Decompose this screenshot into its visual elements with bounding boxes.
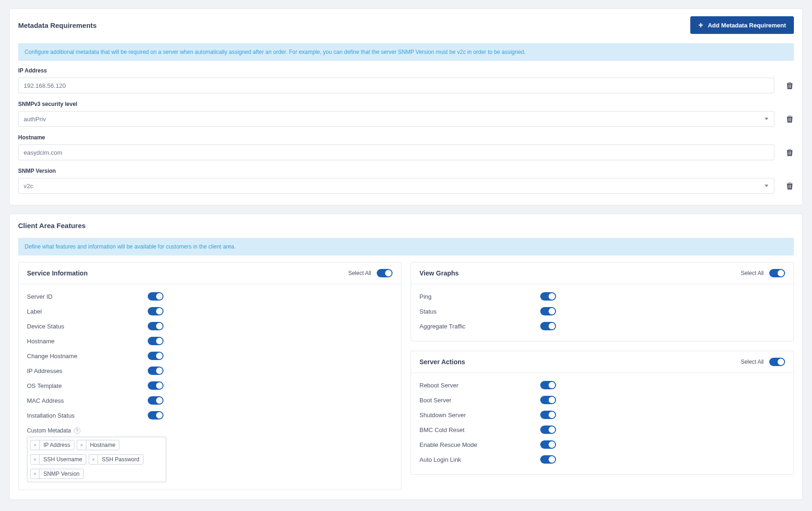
trash-icon (786, 182, 793, 190)
toggle-boot-server[interactable] (540, 396, 556, 404)
snmp-select[interactable]: v2c (18, 178, 774, 194)
row-reboot: Reboot Server (419, 382, 540, 389)
delete-snmp-button[interactable] (786, 181, 794, 190)
tag-ssh-username: ×SSH Username (30, 454, 86, 465)
toggle-install-status[interactable] (148, 411, 164, 419)
field-ip: IP Address (18, 67, 794, 93)
row-status: Status (419, 308, 540, 315)
tag-remove[interactable]: × (31, 440, 39, 450)
row-mac-address: MAC Address (27, 397, 148, 404)
row-device-status: Device Status (27, 323, 148, 330)
row-hostname: Hostname (27, 338, 148, 345)
row-boot: Boot Server (419, 397, 540, 404)
field-snmp: SNMP Version v2c (18, 168, 794, 194)
toggle-bmc-cold-reset[interactable] (540, 426, 556, 434)
snmp-label: SNMP Version (18, 168, 794, 174)
add-metadata-button[interactable]: + Add Metadata Requirement (690, 16, 794, 34)
metadata-info: Configure additional metadata that will … (18, 43, 794, 61)
toggle-status[interactable] (540, 307, 556, 315)
tag-remove[interactable]: × (31, 455, 39, 464)
toggle-rescue-mode[interactable] (540, 440, 556, 449)
view-graphs-select-all-toggle[interactable] (769, 269, 785, 277)
toggle-aggregate-traffic[interactable] (540, 322, 556, 330)
toggle-mac-address[interactable] (148, 396, 164, 405)
row-bmc: BMC Cold Reset (419, 426, 540, 433)
toggle-os-template[interactable] (148, 381, 164, 390)
row-shutdown: Shutdown Server (419, 412, 540, 419)
host-label: Hostname (18, 134, 794, 141)
add-metadata-label: Add Metadata Requirement (708, 22, 786, 29)
delete-host-button[interactable] (786, 148, 794, 157)
service-info-panel: Service Information Select All Server ID… (18, 262, 401, 490)
row-rescue: Enable Rescue Mode (419, 441, 540, 448)
trash-icon (786, 115, 793, 123)
metadata-title: Metadata Requirements (18, 21, 97, 29)
tag-remove[interactable]: × (89, 455, 98, 464)
client-panel: Client Area Features Define what feature… (9, 214, 803, 500)
server-actions-select-all-toggle[interactable] (769, 358, 785, 366)
tag-remove[interactable]: × (77, 440, 86, 450)
ip-input[interactable] (18, 78, 774, 93)
toggle-label[interactable] (148, 307, 164, 315)
tag-snmp-version: ×SNMP Version (30, 469, 84, 479)
ip-label: IP Address (18, 67, 794, 74)
toggle-ip-addresses[interactable] (148, 367, 164, 375)
row-ping: Ping (419, 293, 540, 300)
toggle-change-hostname[interactable] (148, 352, 164, 360)
tag-ssh-password: ×SSH Password (89, 454, 144, 465)
server-actions-panel: Server Actions Select All Reboot Server … (411, 351, 794, 475)
toggle-shutdown-server[interactable] (540, 411, 556, 419)
row-agg: Aggregate Traffic (419, 323, 540, 330)
client-title: Client Area Features (18, 222, 85, 229)
metadata-panel: Metadata Requirements + Add Metadata Req… (9, 8, 803, 205)
service-info-title: Service Information (27, 269, 88, 277)
tag-ip-address: ×IP Address (30, 440, 74, 450)
row-os-template: OS Template (27, 382, 148, 389)
client-info: Define what features and information wil… (18, 238, 794, 256)
server-actions-title: Server Actions (419, 358, 465, 366)
field-sec: SNMPv3 security level authPriv (18, 101, 794, 127)
service-info-select-all-toggle[interactable] (377, 269, 393, 277)
toggle-ping[interactable] (540, 292, 556, 301)
trash-icon (786, 82, 793, 89)
toggle-device-status[interactable] (148, 322, 164, 330)
trash-icon (786, 149, 793, 156)
sec-label: SNMPv3 security level (18, 101, 794, 107)
view-graphs-title: View Graphs (419, 269, 459, 277)
row-change-hostname: Change Hostname (27, 353, 148, 360)
delete-ip-button[interactable] (786, 81, 794, 90)
custom-metadata-tagbox[interactable]: ×IP Address ×Hostname ×SSH Username ×SSH… (27, 437, 166, 482)
view-graphs-panel: View Graphs Select All Ping Status Aggre… (411, 262, 794, 341)
tag-remove[interactable]: × (31, 469, 39, 478)
toggle-reboot-server[interactable] (540, 381, 556, 389)
plus-icon: + (698, 21, 703, 29)
row-label: Label (27, 308, 148, 315)
snmp-select-value: v2c (24, 183, 33, 190)
row-ip-addresses: IP Addresses (27, 367, 148, 374)
custom-metadata-label: Custom Metadata (27, 427, 71, 434)
help-icon[interactable]: ? (74, 427, 80, 434)
toggle-auto-login[interactable] (540, 455, 556, 464)
field-hostname: Hostname (18, 134, 794, 160)
toggle-server-id[interactable] (148, 292, 164, 301)
row-install-status: Installation Status (27, 412, 148, 419)
host-input[interactable] (18, 144, 774, 160)
select-all-label: Select All (741, 270, 764, 276)
sec-select[interactable]: authPriv (18, 111, 774, 127)
select-all-label: Select All (741, 359, 764, 365)
toggle-hostname[interactable] (148, 337, 164, 345)
delete-sec-button[interactable] (786, 114, 794, 124)
select-all-label: Select All (348, 270, 371, 276)
row-auto-login: Auto Login Link (419, 456, 540, 463)
row-server-id: Server ID (27, 293, 148, 300)
tag-hostname: ×Hostname (77, 440, 119, 450)
sec-select-value: authPriv (24, 116, 46, 123)
